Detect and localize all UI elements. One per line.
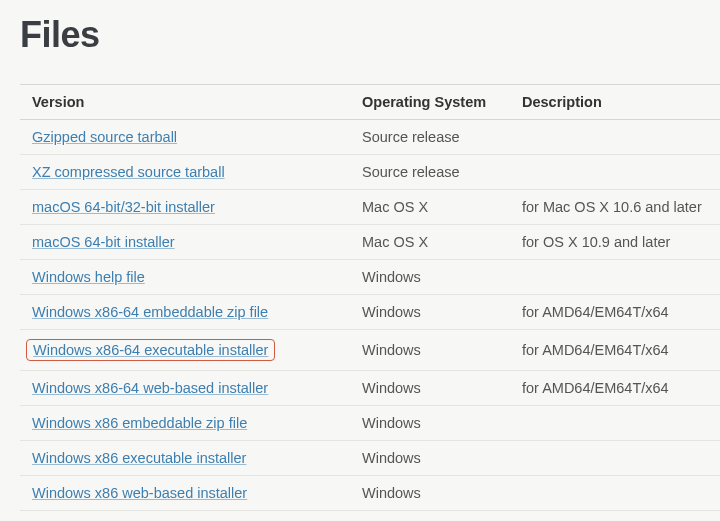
download-link[interactable]: Gzipped source tarball [32,129,177,145]
cell-version: macOS 64-bit/32-bit installer [20,190,350,225]
cell-os: Windows [350,441,510,476]
col-header-description: Description [510,85,720,120]
cell-description: for AMD64/EM64T/x64 [510,330,720,371]
cell-os: Windows [350,260,510,295]
files-table: Version Operating System Description Gzi… [20,84,720,511]
table-row: macOS 64-bit/32-bit installerMac OS Xfor… [20,190,720,225]
cell-description [510,155,720,190]
download-link[interactable]: Windows x86-64 executable installer [26,339,275,361]
cell-os: Windows [350,406,510,441]
cell-os: Windows [350,295,510,330]
download-link[interactable]: Windows help file [32,269,145,285]
table-header-row: Version Operating System Description [20,85,720,120]
download-link[interactable]: Windows x86-64 embeddable zip file [32,304,268,320]
download-link[interactable]: XZ compressed source tarball [32,164,225,180]
download-link[interactable]: Windows x86 executable installer [32,450,246,466]
cell-description [510,441,720,476]
cell-version: Windows x86 executable installer [20,441,350,476]
cell-os: Source release [350,120,510,155]
table-row: Windows x86 executable installerWindows [20,441,720,476]
cell-version: Windows x86 embeddable zip file [20,406,350,441]
download-link[interactable]: Windows x86 web-based installer [32,485,247,501]
download-link[interactable]: Windows x86 embeddable zip file [32,415,247,431]
cell-version: Windows x86 web-based installer [20,476,350,511]
table-row: Windows help fileWindows [20,260,720,295]
table-row: Windows x86-64 embeddable zip fileWindow… [20,295,720,330]
cell-version: Gzipped source tarball [20,120,350,155]
table-row: Windows x86 web-based installerWindows [20,476,720,511]
download-link[interactable]: Windows x86-64 web-based installer [32,380,268,396]
cell-description [510,120,720,155]
cell-os: Windows [350,330,510,371]
cell-os: Mac OS X [350,225,510,260]
cell-description: for Mac OS X 10.6 and later [510,190,720,225]
cell-version: macOS 64-bit installer [20,225,350,260]
col-header-os: Operating System [350,85,510,120]
cell-os: Windows [350,371,510,406]
cell-description: for AMD64/EM64T/x64 [510,371,720,406]
table-row: Windows x86-64 web-based installerWindow… [20,371,720,406]
download-link[interactable]: macOS 64-bit installer [32,234,175,250]
table-row: XZ compressed source tarballSource relea… [20,155,720,190]
cell-version: Windows x86-64 executable installer [20,330,350,371]
col-header-version: Version [20,85,350,120]
table-row: macOS 64-bit installerMac OS Xfor OS X 1… [20,225,720,260]
cell-description: for AMD64/EM64T/x64 [510,295,720,330]
page-title: Files [20,14,720,56]
cell-os: Source release [350,155,510,190]
cell-version: XZ compressed source tarball [20,155,350,190]
table-row: Windows x86-64 executable installerWindo… [20,330,720,371]
download-link[interactable]: macOS 64-bit/32-bit installer [32,199,215,215]
cell-os: Mac OS X [350,190,510,225]
cell-version: Windows help file [20,260,350,295]
cell-version: Windows x86-64 web-based installer [20,371,350,406]
cell-version: Windows x86-64 embeddable zip file [20,295,350,330]
cell-description [510,406,720,441]
cell-description [510,476,720,511]
cell-description [510,260,720,295]
table-row: Windows x86 embeddable zip fileWindows [20,406,720,441]
table-row: Gzipped source tarballSource release [20,120,720,155]
cell-os: Windows [350,476,510,511]
cell-description: for OS X 10.9 and later [510,225,720,260]
